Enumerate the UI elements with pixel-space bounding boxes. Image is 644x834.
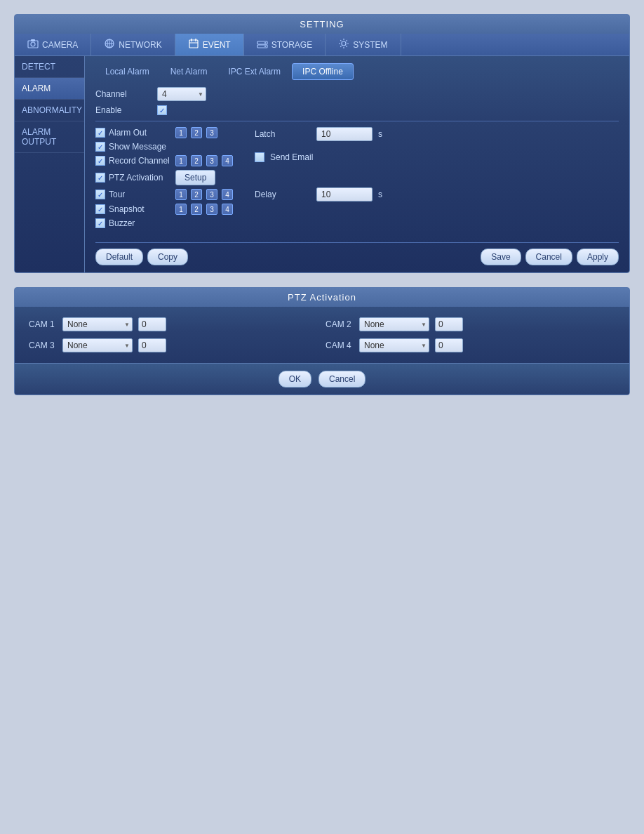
latch-row: Latch s	[255, 127, 382, 141]
tab-net-alarm[interactable]: Net Alarm	[161, 64, 217, 79]
tab-local-alarm[interactable]: Local Alarm	[95, 64, 159, 79]
channel-select-wrapper: 4 123	[157, 87, 206, 101]
nav-camera-label: CAMERA	[42, 40, 78, 50]
tour-checkbox[interactable]	[95, 190, 105, 199]
cam3-select[interactable]: NonePresetTourPattern	[62, 338, 133, 352]
cam3-row: CAM 3 NonePresetTourPattern	[29, 338, 318, 352]
alarm-out-num-3[interactable]: 3	[206, 127, 217, 138]
network-icon	[104, 38, 115, 51]
record-ch-4[interactable]: 4	[222, 155, 233, 166]
snap-num-2[interactable]: 2	[191, 204, 202, 215]
nav-storage[interactable]: STORAGE	[244, 34, 326, 55]
alarm-out-num-1[interactable]: 1	[175, 127, 187, 138]
cam4-label: CAM 4	[326, 340, 354, 350]
snap-num-1[interactable]: 1	[175, 204, 187, 215]
nav-event[interactable]: EVENT	[175, 34, 244, 55]
channel-select[interactable]: 4 123	[157, 87, 206, 101]
record-ch-3[interactable]: 3	[206, 155, 217, 166]
alarm-out-num-2[interactable]: 2	[191, 127, 202, 138]
record-ch-2[interactable]: 2	[191, 155, 202, 166]
nav-storage-label: STORAGE	[271, 40, 312, 50]
cam4-num-input[interactable]	[435, 338, 463, 352]
cam2-row: CAM 2 NonePresetTourPattern	[326, 317, 615, 331]
tour-num-2[interactable]: 2	[191, 189, 202, 200]
nav-network[interactable]: NETWORK	[91, 34, 175, 55]
alarm-out-row: Alarm Out 1 2 3	[95, 127, 234, 138]
sidebar-alarm-output[interactable]: ALARM OUTPUT	[15, 121, 84, 153]
sidebar: DETECT ALARM ABNORMALITY ALARM OUTPUT	[15, 56, 85, 272]
latch-unit: s	[378, 129, 382, 139]
main-content: Local Alarm Net Alarm IPC Ext Alarm IPC …	[85, 56, 629, 272]
setting-title: SETTING	[15, 15, 629, 34]
cam2-num-input[interactable]	[435, 317, 463, 331]
copy-button[interactable]: Copy	[147, 249, 188, 265]
delay-row: Delay s	[255, 187, 382, 201]
svg-point-15	[342, 41, 346, 46]
channel-row: Channel 4 123	[95, 87, 619, 101]
buzzer-label: Buzzer	[109, 218, 172, 228]
ptz-grid: CAM 1 NonePresetTourPattern CAM 2 NonePr…	[15, 307, 629, 363]
enable-label: Enable	[95, 105, 152, 115]
tour-label: Tour	[109, 190, 172, 199]
tour-row: Tour 1 2 3 4	[95, 189, 234, 200]
svg-point-1	[31, 42, 35, 46]
nav-system-label: SYSTEM	[353, 40, 387, 50]
snap-num-3[interactable]: 3	[206, 204, 217, 215]
apply-button[interactable]: Apply	[577, 249, 619, 265]
nav-event-label: EVENT	[203, 40, 231, 50]
content-area: DETECT ALARM ABNORMALITY ALARM OUTPUT Lo…	[15, 56, 629, 272]
buzzer-checkbox[interactable]	[95, 218, 105, 228]
ptz-setup-button[interactable]: Setup	[175, 170, 215, 185]
delay-unit: s	[378, 190, 382, 199]
show-message-row: Show Message	[95, 142, 234, 152]
cancel-button[interactable]: Cancel	[525, 249, 572, 265]
cam4-select-wrapper: NonePresetTourPattern	[359, 338, 429, 352]
snapshot-checkbox[interactable]	[95, 204, 105, 214]
save-button[interactable]: Save	[481, 249, 521, 265]
default-button[interactable]: Default	[95, 249, 143, 265]
send-email-checkbox[interactable]	[255, 152, 264, 162]
ptz-ok-button[interactable]: OK	[279, 371, 311, 388]
nav-system[interactable]: SYSTEM	[326, 34, 401, 55]
button-row: Default Copy Save Cancel Apply	[95, 242, 619, 265]
storage-icon	[257, 38, 268, 51]
tour-num-3[interactable]: 3	[206, 189, 217, 200]
record-ch-1[interactable]: 1	[175, 155, 187, 166]
cam3-select-wrapper: NonePresetTourPattern	[62, 338, 133, 352]
buzzer-row: Buzzer	[95, 218, 234, 228]
cam1-num-input[interactable]	[138, 317, 166, 331]
cam3-num-input[interactable]	[138, 338, 166, 352]
snap-num-4[interactable]: 4	[222, 204, 233, 215]
sidebar-alarm[interactable]: ALARM	[15, 78, 84, 100]
enable-checkbox[interactable]	[157, 105, 167, 115]
send-email-label: Send Email	[270, 152, 313, 162]
delay-label: Delay	[255, 190, 311, 199]
record-channel-row: Record Channel 1 2 3 4	[95, 155, 234, 166]
alarm-out-checkbox[interactable]	[95, 128, 105, 138]
sidebar-abnormality[interactable]: ABNORMALITY	[15, 100, 84, 121]
cam2-select-wrapper: NonePresetTourPattern	[359, 317, 429, 331]
latch-label: Latch	[255, 129, 311, 139]
snapshot-row: Snapshot 1 2 3 4	[95, 204, 234, 215]
cam2-select[interactable]: NonePresetTourPattern	[359, 317, 429, 331]
tour-num-1[interactable]: 1	[175, 189, 187, 200]
delay-input[interactable]	[316, 187, 373, 201]
show-message-label: Show Message	[109, 142, 172, 152]
ptz-checkbox[interactable]	[95, 173, 105, 183]
ptz-title: PTZ Activation	[15, 288, 629, 307]
nav-camera[interactable]: CAMERA	[15, 34, 91, 55]
svg-point-14	[264, 46, 266, 47]
cam1-label: CAM 1	[29, 319, 57, 329]
ptz-cancel-button[interactable]: Cancel	[318, 371, 365, 388]
channel-label: Channel	[95, 89, 152, 99]
latch-input[interactable]	[316, 127, 373, 141]
record-channel-checkbox[interactable]	[95, 156, 105, 166]
sidebar-detect[interactable]: DETECT	[15, 56, 84, 78]
cam1-select[interactable]: NonePresetTourPattern	[62, 317, 133, 331]
svg-point-13	[264, 42, 266, 44]
tour-num-4[interactable]: 4	[222, 189, 233, 200]
show-message-checkbox[interactable]	[95, 142, 105, 152]
cam4-select[interactable]: NonePresetTourPattern	[359, 338, 429, 352]
tab-ipc-ext-alarm[interactable]: IPC Ext Alarm	[218, 64, 290, 79]
tab-ipc-offline[interactable]: IPC Offline	[292, 63, 354, 80]
